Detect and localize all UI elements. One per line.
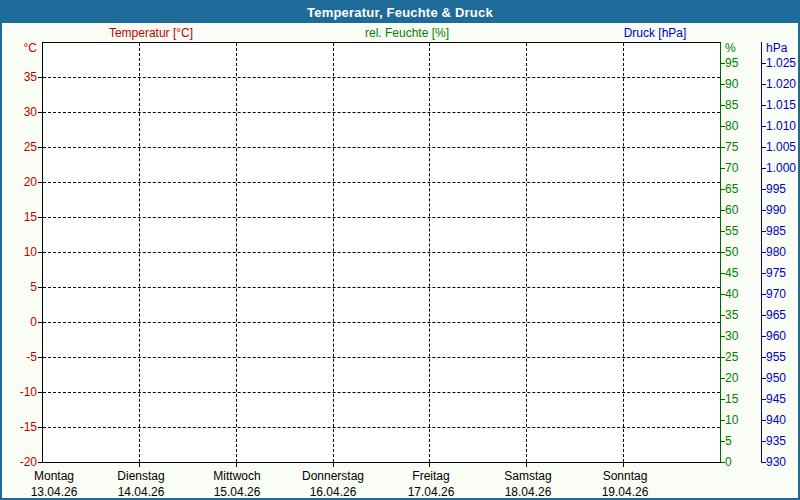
temperature-tick (38, 357, 42, 358)
temperature-tick (38, 427, 42, 428)
humidity-tick (721, 147, 725, 148)
humidity-tick (721, 63, 725, 64)
title-bar: Temperatur, Feuchte & Druck (2, 2, 798, 23)
humidity-axis-unit: % (725, 41, 736, 55)
h-gridline (43, 77, 720, 78)
app-window: Temperatur, Feuchte & Druck Temperatur [… (0, 0, 800, 500)
pressure-tick-label: 950 (766, 371, 786, 385)
pressure-tick-label: 1.005 (766, 140, 796, 154)
pressure-tick-label: 985 (766, 224, 786, 238)
humidity-tick (721, 105, 725, 106)
humidity-tick-label: 10 (725, 413, 738, 427)
pressure-tick-label: 1.010 (766, 119, 796, 133)
humidity-tick (721, 294, 725, 295)
pressure-tick-label: 940 (766, 413, 786, 427)
x-axis-day-name: Mittwoch (189, 469, 285, 483)
pressure-tick (762, 105, 766, 106)
x-axis-tick (526, 463, 527, 467)
x-axis-day-date: 15.04.26 (189, 485, 285, 499)
x-axis-day-date: 13.04.26 (6, 485, 102, 499)
temperature-tick-label: 30 (2, 105, 37, 119)
pressure-tick-label: 990 (766, 203, 786, 217)
x-axis-day-name: Samstag (480, 469, 576, 483)
x-axis-tick (429, 463, 430, 467)
x-axis-day-name: Sonntag (577, 469, 673, 483)
h-gridline (43, 182, 720, 183)
humidity-tick (721, 231, 725, 232)
humidity-tick-label: 45 (725, 266, 738, 280)
pressure-tick (762, 273, 766, 274)
temperature-axis-unit: °C (2, 41, 37, 55)
humidity-tick (721, 378, 725, 379)
humidity-tick (721, 420, 725, 421)
temperature-tick (38, 77, 42, 78)
x-axis-tick (139, 463, 140, 467)
humidity-tick-label: 70 (725, 161, 738, 175)
humidity-tick (721, 210, 725, 211)
temperature-tick (38, 462, 42, 463)
pressure-tick (762, 126, 766, 127)
pressure-tick (762, 168, 766, 169)
humidity-tick-label: 25 (725, 350, 738, 364)
pressure-tick-label: 995 (766, 182, 786, 196)
pressure-tick-label: 930 (766, 455, 786, 469)
h-gridline (43, 392, 720, 393)
pressure-tick-label: 945 (766, 392, 786, 406)
pressure-tick-label: 1.020 (766, 77, 796, 91)
pressure-tick (762, 315, 766, 316)
humidity-tick-label: 55 (725, 224, 738, 238)
v-gridline (623, 43, 624, 462)
x-axis-tick (236, 463, 237, 467)
humidity-tick-label: 15 (725, 392, 738, 406)
humidity-tick (721, 441, 725, 442)
pressure-tick (762, 420, 766, 421)
h-gridline (43, 147, 720, 148)
humidity-tick-label: 30 (725, 329, 738, 343)
header-humidity: rel. Feuchte [%] (327, 26, 487, 40)
temperature-tick-label: 35 (2, 70, 37, 84)
x-axis-tick (623, 463, 624, 467)
v-gridline (139, 43, 140, 462)
x-axis-tick (333, 463, 334, 467)
temperature-tick-label: 20 (2, 175, 37, 189)
humidity-tick-label: 65 (725, 182, 738, 196)
pressure-tick (762, 336, 766, 337)
humidity-tick-label: 95 (725, 56, 738, 70)
temperature-tick-label: -5 (2, 350, 37, 364)
pressure-tick (762, 147, 766, 148)
x-axis-day-date: 17.04.26 (383, 485, 479, 499)
pressure-tick (762, 189, 766, 190)
header-pressure: Druck [hPa] (575, 26, 735, 40)
pressure-tick (762, 63, 766, 64)
x-axis-day-date: 19.04.26 (577, 485, 673, 499)
pressure-axis-unit: hPa (766, 41, 787, 55)
temperature-tick (38, 322, 42, 323)
humidity-tick-label: 85 (725, 98, 738, 112)
temperature-tick-label: -10 (2, 385, 37, 399)
humidity-tick-label: 40 (725, 287, 738, 301)
pressure-tick (762, 399, 766, 400)
humidity-tick (721, 336, 725, 337)
x-axis-day-date: 14.04.26 (93, 485, 189, 499)
x-axis-day-date: 18.04.26 (480, 485, 576, 499)
temperature-tick-label: 25 (2, 140, 37, 154)
humidity-tick-label: 50 (725, 245, 738, 259)
v-gridline (526, 43, 527, 462)
h-gridline (43, 217, 720, 218)
humidity-tick-label: 60 (725, 203, 738, 217)
temperature-tick-label: -20 (2, 455, 37, 469)
temperature-tick-label: 0 (2, 315, 37, 329)
humidity-tick (721, 168, 725, 169)
humidity-tick (721, 252, 725, 253)
pressure-tick-label: 935 (766, 434, 786, 448)
humidity-tick (721, 357, 725, 358)
pressure-tick (762, 462, 766, 463)
temperature-tick (38, 287, 42, 288)
temperature-tick (38, 147, 42, 148)
pressure-tick (762, 231, 766, 232)
x-axis-day-name: Donnerstag (285, 469, 381, 483)
pressure-tick-label: 1.025 (766, 56, 796, 70)
x-axis-day-name: Freitag (383, 469, 479, 483)
pressure-tick-label: 970 (766, 287, 786, 301)
humidity-tick (721, 273, 725, 274)
